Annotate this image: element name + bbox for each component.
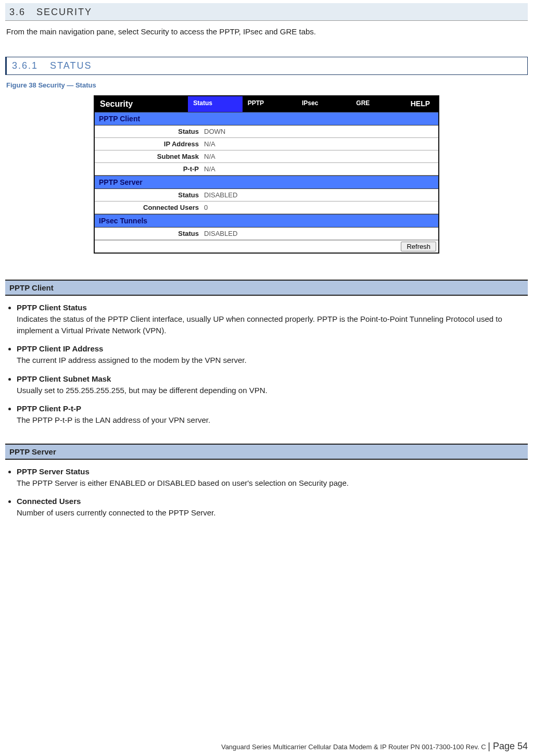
pptp-server-list: PPTP Server Status The PPTP Server is ei… (17, 466, 528, 519)
pptp-client-heading: PPTP Client (5, 280, 528, 296)
row-label: P-t-P (95, 165, 202, 173)
row-label: Status (95, 230, 202, 237)
pptp-client-header: PPTP Client (95, 112, 438, 125)
refresh-row: Refresh (95, 240, 438, 253)
figure-caption: Figure 38 Security — Status (6, 81, 527, 89)
row-label: Status (95, 191, 202, 199)
field-desc: The PPTP Server is either ENABLED or DIS… (17, 477, 528, 489)
section-title: SECURITY (36, 7, 92, 17)
panel-tabs: Security Status PPTP IPsec GRE HELP (95, 96, 438, 112)
status-panel: Security Status PPTP IPsec GRE HELP PPTP… (94, 95, 439, 254)
footer-page: | Page 54 (488, 741, 528, 751)
tab-pptp[interactable]: PPTP (243, 96, 297, 112)
pptp-server-header: PPTP Server (95, 175, 438, 189)
pptp-client-status-row: Status DOWN (95, 125, 438, 138)
panel-title: Security (95, 96, 188, 112)
row-value: N/A (202, 165, 438, 173)
pptp-server-status-row: Status DISABLED (95, 189, 438, 201)
field-term: Connected Users (17, 496, 528, 507)
refresh-button[interactable]: Refresh (401, 242, 436, 251)
row-value: DOWN (202, 128, 438, 135)
field-desc: Number of users currently connected to t… (17, 507, 528, 519)
field-term: PPTP Client Status (17, 302, 528, 313)
subsection-title: STATUS (50, 60, 92, 71)
field-term: PPTP Client IP Address (17, 343, 528, 355)
tab-gre[interactable]: GRE (351, 96, 405, 112)
list-item: PPTP Client IP Address The current IP ad… (17, 343, 528, 366)
tab-help[interactable]: HELP (405, 96, 438, 112)
field-desc: The PPTP P-t-P is the LAN address of you… (17, 414, 528, 426)
row-label: Subnet Mask (95, 153, 202, 160)
tab-status[interactable]: Status (188, 96, 242, 112)
field-desc: The current IP address assigned to the m… (17, 355, 528, 366)
pptp-server-heading: PPTP Server (5, 444, 528, 460)
row-label: IP Address (95, 140, 202, 148)
pptp-client-mask-row: Subnet Mask N/A (95, 150, 438, 163)
list-item: Connected Users Number of users currentl… (17, 496, 528, 519)
field-desc: Indicates the status of the PPTP Client … (17, 313, 528, 336)
list-item: PPTP Client Status Indicates the status … (17, 302, 528, 336)
list-item: PPTP Client Subnet Mask Usually set to 2… (17, 373, 528, 396)
list-item: PPTP Server Status The PPTP Server is ei… (17, 466, 528, 489)
field-term: PPTP Client Subnet Mask (17, 373, 528, 385)
subsection-number: 3.6.1 (12, 60, 38, 71)
field-term: PPTP Client P-t-P (17, 403, 528, 414)
pptp-server-users-row: Connected Users 0 (95, 201, 438, 214)
row-value: DISABLED (202, 230, 438, 237)
row-label: Connected Users (95, 204, 202, 211)
list-item: PPTP Client P-t-P The PPTP P-t-P is the … (17, 403, 528, 426)
field-term: PPTP Server Status (17, 466, 528, 477)
field-desc: Usually set to 255.255.255.255, but may … (17, 385, 528, 396)
row-value: DISABLED (202, 191, 438, 199)
pptp-client-list: PPTP Client Status Indicates the status … (17, 302, 528, 426)
row-value: N/A (202, 153, 438, 160)
ipsec-header: IPsec Tunnels (95, 214, 438, 228)
page-footer: Vanguard Series Multicarrier Cellular Da… (221, 741, 528, 752)
ipsec-status-row: Status DISABLED (95, 228, 438, 240)
section-number: 3.6 (9, 7, 26, 17)
pptp-client-ptp-row: P-t-P N/A (95, 163, 438, 175)
section-intro: From the main navigation pane, select Se… (6, 27, 527, 36)
section-heading: 3.6 SECURITY (5, 3, 528, 21)
subsection-heading: 3.6.1 STATUS (5, 57, 528, 75)
pptp-client-ip-row: IP Address N/A (95, 138, 438, 150)
row-value: 0 (202, 204, 438, 211)
row-value: N/A (202, 140, 438, 148)
row-label: Status (95, 128, 202, 135)
footer-text: Vanguard Series Multicarrier Cellular Da… (221, 743, 486, 751)
tab-ipsec[interactable]: IPsec (297, 96, 351, 112)
